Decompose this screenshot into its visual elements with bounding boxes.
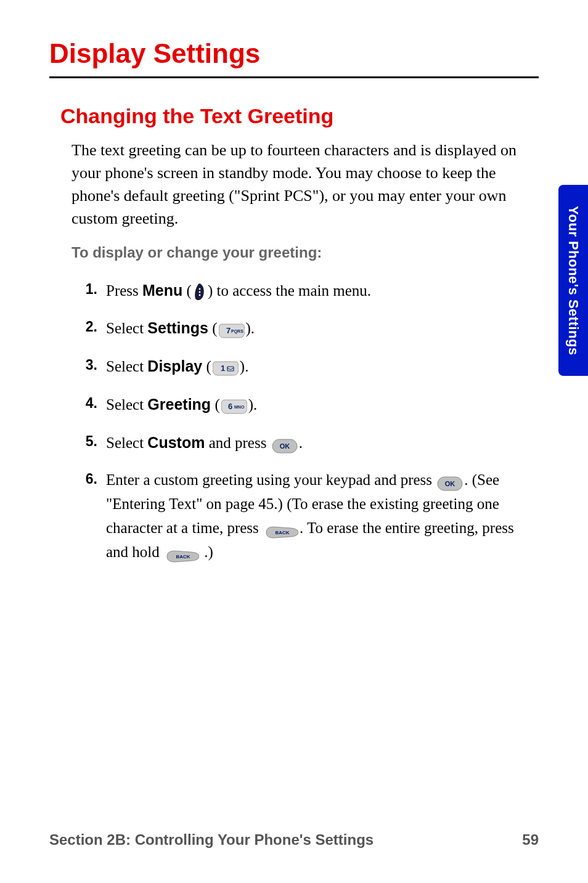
step-text: Select [106,320,147,336]
svg-text:PQRS: PQRS [231,329,243,334]
ok-key-icon: OK [272,437,298,452]
step-3: 3. Select Display (1). [80,354,539,379]
menu-label: Menu [142,282,182,299]
step-6: 6. Enter a custom greeting using your ke… [80,468,539,564]
svg-text:7: 7 [226,326,231,335]
step-text: ( [211,396,220,413]
step-number: 1. [80,279,106,303]
step-text: and press [205,434,270,451]
section-tab-label: Your Phone's Settings [565,206,581,356]
step-text: Select [106,358,147,375]
svg-point-0 [199,288,201,290]
custom-label: Custom [147,434,205,451]
svg-text:6: 6 [228,402,232,411]
svg-text:OK: OK [279,442,290,450]
step-number: 3. [80,354,106,379]
step-text: ) to access the main menu. [208,282,371,299]
step-text: Select [106,434,147,451]
step-5: 5. Select Custom and press OK. [80,431,539,455]
intro-paragraph: The text greeting can be up to fourteen … [71,139,521,230]
step-body: Select Greeting (6MNO). [106,393,539,417]
settings-label: Settings [147,319,208,336]
page-footer: Section 2B: Controlling Your Phone's Set… [49,831,539,848]
step-text: ( [208,320,218,336]
keypad-1-icon: 1 [213,360,239,376]
step-2: 2. Select Settings (7PQRS). [80,316,539,341]
keypad-7-icon: 7PQRS [219,322,245,338]
section-tab: Your Phone's Settings [558,185,588,376]
svg-text:OK: OK [445,480,455,487]
back-key-icon: BACK [165,547,199,560]
step-text: Press [106,282,142,299]
step-number: 2. [80,316,106,341]
step-text: ). [246,320,255,336]
svg-text:BACK: BACK [275,530,289,535]
step-text: Select [106,396,147,413]
section-heading: Changing the Text Greeting [60,104,539,128]
step-text: . [299,434,303,451]
step-text: ( [202,358,211,375]
step-text: Enter a custom greeting using your keypa… [106,471,436,488]
back-key-icon: BACK [264,523,298,536]
step-body: Enter a custom greeting using your keypa… [106,468,539,564]
svg-point-1 [199,291,201,293]
steps-list: 1. Press Menu () to access the main menu… [80,279,539,564]
page-title: Display Settings [49,38,539,78]
step-4: 4. Select Greeting (6MNO). [80,393,539,417]
manual-page: Display Settings Changing the Text Greet… [0,0,588,883]
svg-text:BACK: BACK [176,554,190,560]
step-number: 4. [80,393,106,417]
footer-section: Section 2B: Controlling Your Phone's Set… [49,831,374,848]
svg-text:1: 1 [221,364,225,373]
step-text: ). [240,358,249,375]
step-number: 6. [80,468,106,564]
greeting-label: Greeting [147,396,211,413]
keypad-6-icon: 6MNO [221,398,247,414]
step-body: Press Menu () to access the main menu. [106,279,539,303]
step-number: 5. [80,431,106,455]
step-text: ). [248,396,258,413]
footer-page-number: 59 [522,831,539,848]
step-text: .) [200,543,213,560]
procedure-label: To display or change your greeting: [71,244,539,261]
display-label: Display [147,357,202,375]
ok-key-icon: OK [437,474,463,489]
svg-text:MNO: MNO [234,405,245,409]
step-body: Select Custom and press OK. [106,431,539,455]
step-text: ( [182,282,192,299]
step-body: Select Settings (7PQRS). [106,316,539,341]
step-body: Select Display (1). [106,354,539,379]
step-1: 1. Press Menu () to access the main menu… [80,279,539,303]
svg-point-2 [199,294,201,296]
navigation-key-icon [193,283,206,301]
